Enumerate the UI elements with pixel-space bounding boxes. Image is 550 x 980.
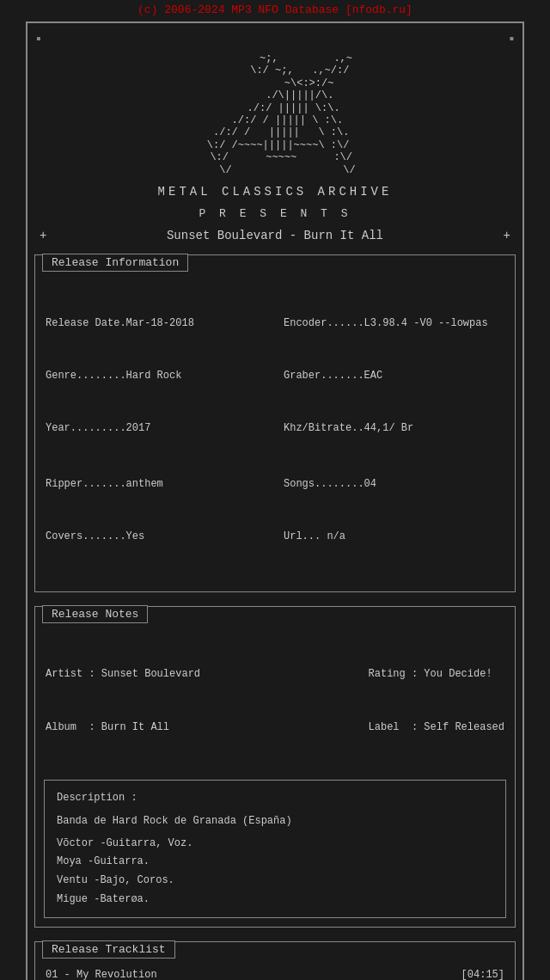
covers: Covers.......Yes <box>46 528 266 545</box>
genre: Genre........Hard Rock <box>46 367 266 384</box>
desc-line1: Banda de Hard Rock de Granada (España) <box>57 812 493 831</box>
title-prefix: + <box>40 229 46 242</box>
title-line: + Sunset Boulevard - Burn It All + <box>34 229 516 242</box>
ascii-art: ~;, .,~ \:/ ~;, .,~/:/ ~\<:>:/~ ./\|||||… <box>34 52 516 176</box>
track-01-duration: [04:15] <box>461 966 504 980</box>
corner-tr: ▪ <box>507 32 516 47</box>
release-info-header: Release Information <box>42 254 188 272</box>
notes-left: Artist : Sunset Boulevard Album : Burn I… <box>46 631 200 771</box>
desc-line2: Võctor -Guitarra, Voz. <box>57 835 493 854</box>
desc-line5: Migue -Baterøa. <box>57 891 493 910</box>
notes-artist-rating: Artist : Sunset Boulevard Album : Burn I… <box>35 624 515 775</box>
group-name: METAL CLASSICS ARCHIVE <box>34 185 516 199</box>
rating-label: Rating : You Decide! <box>369 665 504 683</box>
release-notes-section: Release Notes Artist : Sunset Boulevard … <box>34 606 516 928</box>
tracklist-content: 01 - My Revolution [04:15] 02 - I Don't … <box>35 959 515 980</box>
title-text: Sunset Boulevard - Burn It All <box>167 229 383 242</box>
year: Year.........2017 <box>46 420 266 437</box>
presents-text: P R E S E N T S <box>34 207 516 220</box>
title-suffix: + <box>504 229 510 242</box>
track-row: 01 - My Revolution [04:15] <box>46 966 504 980</box>
notes-right: Rating : You Decide! Label : Self Releas… <box>369 631 504 771</box>
track-01-title: 01 - My Revolution <box>46 966 157 980</box>
graber: Graber.......EAC <box>284 367 504 384</box>
artist-label: Artist : Sunset Boulevard <box>46 665 200 683</box>
description-header: Description : <box>57 789 493 808</box>
release-info-section: Release Information Release Date.Mar-18-… <box>34 254 516 592</box>
desc-line3: Moya -Guitarra. <box>57 853 493 872</box>
corner-tl: ▪ <box>34 32 43 47</box>
url: Url... n/a <box>284 528 504 545</box>
copyright-text: (c) 2006-2024 MP3 NFO Database [nfodb.ru… <box>138 3 412 16</box>
page-wrapper: (c) 2006-2024 MP3 NFO Database [nfodb.ru… <box>0 0 550 980</box>
label-label: Label : Self Released <box>369 719 504 736</box>
ripper: Ripper.......anthem <box>46 475 266 493</box>
encoder: Encoder......L3.98.4 -V0 --lowpas <box>284 315 504 332</box>
release-info-col1: Release Date.Mar-18-2018 Genre........Ha… <box>46 279 266 581</box>
release-info-col2: Encoder......L3.98.4 -V0 --lowpas Graber… <box>284 279 504 581</box>
release-date: Release Date.Mar-18-2018 <box>46 315 266 332</box>
release-tracklist-section: Release Tracklist 01 - My Revolution [04… <box>34 941 516 980</box>
release-notes-header: Release Notes <box>42 605 148 623</box>
description-box: Description : Banda de Hard Rock de Gran… <box>44 780 506 919</box>
khz: Khz/Bitrate..44,1/ Br <box>284 420 504 437</box>
album-label: Album : Burn It All <box>46 719 200 736</box>
release-info-grid: Release Date.Mar-18-2018 Genre........Ha… <box>35 273 515 591</box>
copyright-bar: (c) 2006-2024 MP3 NFO Database [nfodb.ru… <box>0 0 550 20</box>
release-tracklist-header: Release Tracklist <box>42 940 175 959</box>
songs: Songs........04 <box>284 475 504 493</box>
desc-line4: Ventu -Bajo, Coros. <box>57 872 493 891</box>
main-container: ▪ ▪ ~;, .,~ \:/ ~;, .,~/:/ ~\<:>:/~ ./\|… <box>26 21 524 980</box>
